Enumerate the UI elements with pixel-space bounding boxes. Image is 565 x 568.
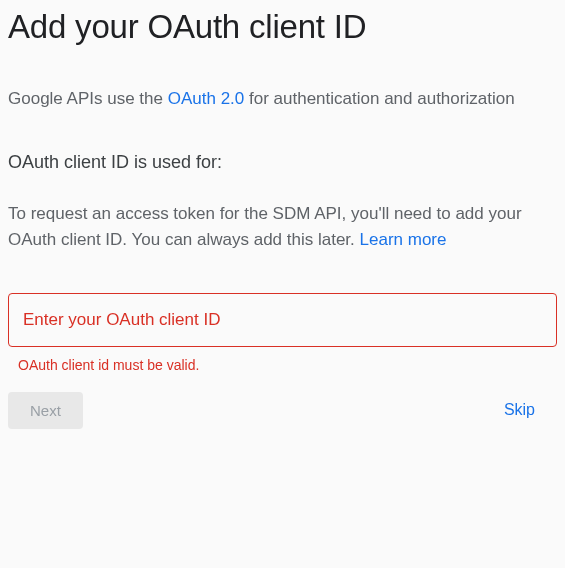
oauth-client-id-input[interactable] bbox=[8, 293, 557, 347]
skip-button[interactable]: Skip bbox=[482, 391, 557, 429]
learn-more-link[interactable]: Learn more bbox=[360, 230, 447, 249]
next-button[interactable]: Next bbox=[8, 392, 83, 429]
intro-text-after: for authentication and authorization bbox=[244, 89, 514, 108]
intro-text-before: Google APIs use the bbox=[8, 89, 168, 108]
intro-paragraph: Google APIs use the OAuth 2.0 for authen… bbox=[8, 86, 557, 112]
oauth-link[interactable]: OAuth 2.0 bbox=[168, 89, 245, 108]
page-title: Add your OAuth client ID bbox=[8, 8, 557, 46]
usage-subheading: OAuth client ID is used for: bbox=[8, 152, 557, 173]
button-row: Next Skip bbox=[8, 391, 557, 429]
description-paragraph: To request an access token for the SDM A… bbox=[8, 201, 557, 254]
error-message: OAuth client id must be valid. bbox=[18, 357, 557, 373]
